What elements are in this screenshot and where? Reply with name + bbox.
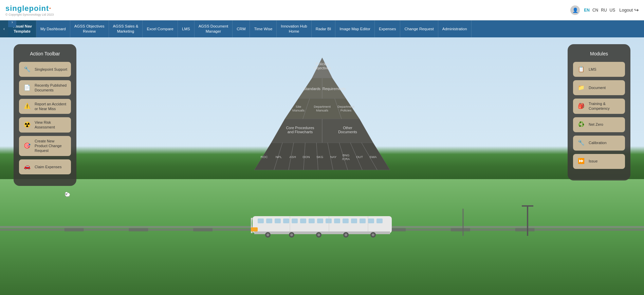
header: singlepoint· © Copyright Syncronology Lt… (0, 0, 644, 20)
nav-item-agss-sales[interactable]: AGSS Sales &Marketing (109, 20, 143, 37)
navbar: ‹ Visual NavTemplate My Dashboard AGSS O… (0, 20, 644, 37)
nav-item-lms[interactable]: LMS (178, 20, 195, 37)
nav-toggle-left[interactable]: ‹ (0, 20, 8, 37)
nav-item-agss-document[interactable]: AGSS DocumentManager (195, 20, 233, 37)
svg-text:NPL: NPL (275, 155, 281, 159)
nav-item-expenses[interactable]: Expenses (375, 20, 401, 37)
svg-rect-7 (515, 228, 535, 231)
report-accident-label: Report an Accident or Near Miss (35, 102, 68, 111)
pyramid-svg: Policies Objectives Standards Requiremen… (237, 41, 407, 184)
svg-text:OUT: OUT (356, 155, 363, 159)
svg-rect-14 (292, 219, 298, 223)
svg-text:Documents: Documents (338, 130, 357, 134)
pole-2 (462, 209, 464, 236)
svg-text:DON: DON (302, 155, 310, 159)
svg-text:ROC: ROC (260, 155, 268, 159)
module-calibration-button[interactable]: 🔧 Calibration (573, 136, 625, 151)
logout-button[interactable]: Logout ↪ (619, 7, 639, 13)
sheep: 🐑 (65, 192, 70, 197)
svg-text:ASH: ASH (289, 155, 296, 159)
svg-rect-28 (254, 231, 390, 234)
lang-cn[interactable]: CN (592, 8, 598, 13)
nav-item-administration[interactable]: Administration (438, 20, 472, 37)
view-risk-assessment-button[interactable]: ☢️ View Risk Assessment (19, 117, 71, 133)
svg-rect-0 (65, 228, 84, 231)
claim-expenses-icon: 🚗 (22, 162, 32, 172)
header-right: 👤 EN CN RU US Logout ↪ (570, 5, 639, 15)
action-toolbar-title: Action Toolbar (19, 51, 71, 56)
recently-published-icon: 📄 (22, 83, 32, 92)
recently-published-label: Recently Published Documents (35, 83, 68, 93)
calibration-module-label: Calibration (589, 140, 607, 145)
svg-text:NAY: NAY (330, 155, 336, 159)
svg-rect-16 (309, 219, 315, 223)
singlepoint-support-icon: 🔧 (22, 65, 32, 74)
language-options: EN CN RU US (584, 8, 615, 13)
logout-icon: ↪ (634, 7, 639, 13)
svg-rect-11 (266, 219, 272, 223)
module-net-zero-button[interactable]: ♻️ Net Zero (573, 117, 625, 132)
svg-text:Objectives: Objectives (313, 66, 331, 70)
svg-text:SKG: SKG (316, 155, 323, 159)
lang-ru[interactable]: RU (601, 8, 607, 13)
report-accident-icon: ⚠️ (22, 102, 32, 111)
report-accident-button[interactable]: ⚠️ Report an Accident or Near Miss (19, 99, 71, 114)
nav-item-my-dashboard[interactable]: My Dashboard (36, 20, 70, 37)
modules-panel: Modules 📋 LMS 📁 Document 🎒 Training & Co… (568, 44, 630, 180)
svg-text:Requirements: Requirements (322, 87, 346, 91)
claim-expenses-button[interactable]: 🚗 Claim Expenses (19, 159, 71, 174)
nav-items: Visual NavTemplate My Dashboard AGSS Obj… (8, 20, 644, 37)
nav-item-change-request[interactable]: Change Request (400, 20, 438, 37)
training-module-label: Training & Competency (589, 101, 622, 111)
svg-rect-23 (368, 219, 374, 223)
svg-text:Manuals: Manuals (292, 108, 305, 112)
svg-text:Standards: Standards (303, 87, 320, 91)
svg-point-34 (317, 233, 320, 236)
svg-text:BNG: BNG (342, 153, 349, 157)
claim-expenses-label: Claim Expenses (35, 164, 61, 169)
singlepoint-support-label: Singlepoint Support (35, 67, 67, 72)
svg-text:Manuals: Manuals (316, 108, 328, 112)
svg-rect-24 (376, 219, 383, 223)
training-module-icon: 🎒 (576, 101, 586, 111)
module-training-button[interactable]: 🎒 Training & Competency (573, 99, 625, 114)
issue-module-label: Issue (589, 159, 597, 163)
lang-en[interactable]: EN (584, 8, 590, 13)
issue-module-icon: ⏩ (576, 157, 586, 166)
svg-text:Policies: Policies (316, 62, 329, 66)
lms-module-label: LMS (589, 67, 596, 72)
svg-rect-18 (326, 219, 332, 223)
recently-published-button[interactable]: 📄 Recently Published Documents (19, 80, 71, 96)
svg-rect-17 (317, 219, 323, 223)
nav-item-excel-compare[interactable]: Excel Compare (143, 20, 178, 37)
svg-text:Policies: Policies (340, 108, 351, 112)
calibration-module-icon: 🔧 (576, 138, 586, 148)
net-zero-module-label: Net Zero (589, 122, 603, 127)
nav-item-crm[interactable]: CRM (233, 20, 250, 37)
module-lms-button[interactable]: 📋 LMS (573, 62, 625, 77)
svg-rect-15 (300, 219, 306, 223)
svg-rect-12 (275, 219, 281, 223)
singlepoint-support-button[interactable]: 🔧 Singlepoint Support (19, 62, 71, 77)
logout-label: Logout (619, 7, 633, 13)
module-issue-button[interactable]: ⏩ Issue (573, 154, 625, 169)
user-avatar: 👤 (570, 5, 580, 15)
lang-us[interactable]: US (610, 8, 615, 13)
nav-item-radar-bi[interactable]: Radar BI (312, 20, 335, 37)
nav-item-time-wise[interactable]: Time Wise (250, 20, 277, 37)
nav-item-innovation-hub[interactable]: Innovation HubHome (277, 20, 311, 37)
svg-rect-13 (283, 219, 289, 223)
view-risk-label: View Risk Assessment (35, 120, 68, 130)
action-toolbar-panel: Action Toolbar 🔧 Singlepoint Support 📄 R… (14, 44, 76, 186)
module-document-button[interactable]: 📁 Document (573, 80, 625, 95)
svg-rect-20 (343, 219, 349, 223)
svg-text:Other: Other (343, 126, 352, 130)
main-content: 🐑 Action Toolbar 🔧 Singlepoint Support 📄… (0, 37, 644, 295)
nav-item-agss-objectives[interactable]: AGSS ObjectivesReview (70, 20, 109, 37)
svg-text:Department: Department (337, 105, 354, 108)
create-product-change-button[interactable]: 🎯 Create New Product Change Request (19, 136, 71, 156)
svg-rect-2 (193, 228, 213, 231)
nav-item-image-map[interactable]: Image Map Editor (335, 20, 375, 37)
svg-rect-21 (351, 219, 357, 223)
svg-point-30 (266, 233, 269, 236)
